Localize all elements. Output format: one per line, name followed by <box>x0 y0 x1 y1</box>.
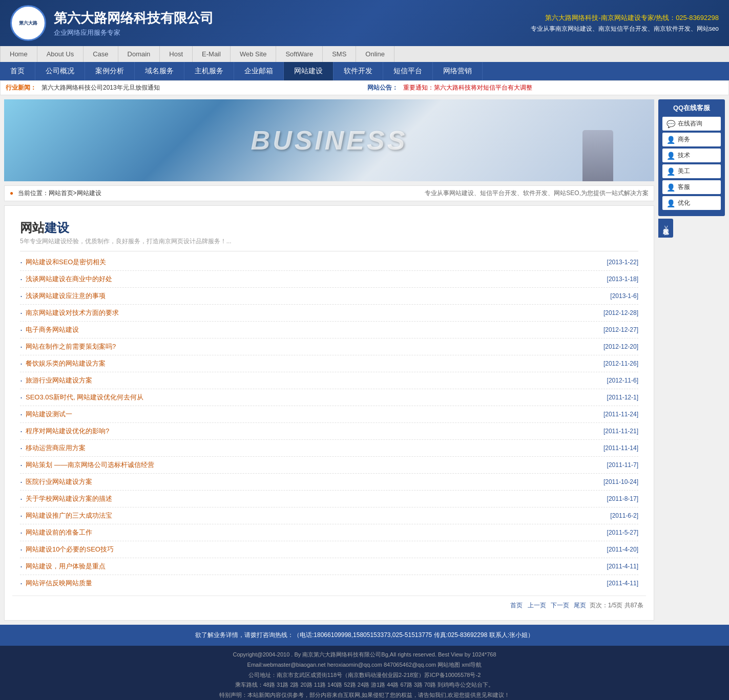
pagination-prev[interactable]: 上一页 <box>528 602 546 609</box>
footer-address: 公司地址：南京市玄武区成贤街118号（南京数码动漫创业园2-218室）苏ICP备… <box>10 670 719 681</box>
list-item: ·网站在制作之前需要策划案吗? [2012-12-20] <box>20 338 638 355</box>
article-link[interactable]: 网站在制作之前需要策划案吗? <box>26 342 116 351</box>
pagination: 首页 上一页 下一页 尾页 页次：1/5页 共87条 <box>12 596 646 612</box>
article-link[interactable]: 移动运营商应用方案 <box>26 443 86 453</box>
nav-bottom-website[interactable]: 网站建设 <box>284 62 334 80</box>
nav-top-host[interactable]: Host <box>160 46 193 62</box>
pagination-info: 页次：1/5页 共87条 <box>590 602 643 609</box>
pagination-first[interactable]: 首页 <box>510 602 523 609</box>
nav-bottom-home[interactable]: 首页 <box>0 62 35 80</box>
article-link[interactable]: 网站建设和SEO是密切相关 <box>26 258 106 267</box>
nav-top-domain[interactable]: Domain <box>118 46 160 62</box>
pagination-next[interactable]: 下一页 <box>551 602 569 609</box>
article-link[interactable]: 餐饮娱乐类的网站建设方案 <box>26 359 106 368</box>
article-date: [2013-1-22] <box>607 259 638 266</box>
article-date: [2012-11-6] <box>607 377 638 384</box>
article-link[interactable]: 网站建设前的准备工作 <box>26 528 92 537</box>
article-link[interactable]: 医院行业网站建设方案 <box>26 477 92 486</box>
nav-top-case[interactable]: Case <box>84 46 118 62</box>
article-date: [2013-1-6] <box>610 292 638 300</box>
nav-top-website[interactable]: Web Site <box>231 46 277 62</box>
list-item: ·电子商务网站建设 [2012-12-27] <box>20 322 638 338</box>
list-item: ·网站建设10个必要的SEO技巧 [2011-4-20] <box>20 541 638 558</box>
article-date: [2011-4-11] <box>607 563 638 570</box>
nav-top-home[interactable]: Home <box>0 46 37 62</box>
ticker-news-label: 行业新闻： <box>6 83 36 92</box>
article-link[interactable]: SEO3.0S新时代, 网站建设优化何去何从 <box>26 393 143 402</box>
list-item: ·浅谈网站建设在商业中的好处 [2013-1-18] <box>20 271 638 288</box>
article-date: [2012-11-26] <box>603 360 638 367</box>
nav-bottom-case[interactable]: 案例分析 <box>85 62 135 80</box>
header-contact: 第六大路网络科技-南京网站建设专家/热线：025-83692298 专业从事南京… <box>531 12 719 35</box>
online-service-tab[interactable]: 在线客服 >> <box>658 219 673 238</box>
ticker: 行业新闻： 第六大路网络科技公司2013年元旦放假通知 网站公告： 重要通知：第… <box>0 80 729 95</box>
nav-top-sms[interactable]: SMS <box>323 46 356 62</box>
nav-top-about[interactable]: About Us <box>37 46 84 62</box>
article-date: [2011-8-17] <box>607 495 638 502</box>
list-item: ·网站建设推广的三大成功法宝 [2011-6-2] <box>20 507 638 524</box>
nav-bottom-domain[interactable]: 域名服务 <box>135 62 184 80</box>
content-box: 网站建设 5年专业网站建设经验，优质制作，良好服务，打造南京网页设计品牌服务！.… <box>4 205 654 621</box>
company-info: 第六大路网络科技有限公司 企业网络应用服务专家 <box>54 9 214 37</box>
company-name: 第六大路网络科技有限公司 <box>54 9 214 27</box>
banner-text: BUSINESS <box>251 125 408 156</box>
list-item: ·网站评估反映网站质量 [2011-4-11] <box>20 575 638 591</box>
nav-bottom-marketing[interactable]: 网络营销 <box>433 62 483 80</box>
article-link[interactable]: 旅游行业网站建设方案 <box>26 376 92 385</box>
list-item: ·餐饮娱乐类的网站建设方案 [2012-11-26] <box>20 355 638 372</box>
footer-bus: 乘车路线：48路 31路 2路 20路 11路 140路 52路 24路 游1路… <box>10 680 719 690</box>
pagination-last[interactable]: 尾页 <box>574 602 586 609</box>
section-subtitle: 5年专业网站建设经验，优质制作，良好服务，打造南京网页设计品牌服务！... <box>20 237 638 246</box>
nav-top-email[interactable]: E-Mail <box>193 46 231 62</box>
qq-consult-item[interactable]: 💬 在线咨询 <box>662 117 721 131</box>
article-link[interactable]: 网站建设，用户体验是重点 <box>26 562 106 571</box>
list-item: ·网站建设和SEO是密切相关 [2013-1-22] <box>20 254 638 271</box>
nav-bottom-software[interactable]: 软件开发 <box>334 62 383 80</box>
qq-service-label-0: 商务 <box>678 135 690 144</box>
qq-service-label-3: 客服 <box>678 183 690 192</box>
article-link[interactable]: 电子商务网站建设 <box>26 325 79 334</box>
article-date: [2011-4-20] <box>607 546 638 553</box>
nav-top-software[interactable]: SoftWare <box>276 46 323 62</box>
qq-service-label-2: 美工 <box>678 167 690 176</box>
list-item: ·浅谈网站建设应注意的事项 [2013-1-6] <box>20 288 638 305</box>
article-link[interactable]: 网站建设测试一 <box>26 410 72 419</box>
article-link[interactable]: 浅谈网站建设在商业中的好处 <box>26 274 112 284</box>
qq-service-youhua[interactable]: 👤 优化 <box>662 196 721 210</box>
logo-area: 第六大路 第六大路网络科技有限公司 企业网络应用服务专家 <box>10 5 214 41</box>
article-link[interactable]: 网站评估反映网站质量 <box>26 579 92 588</box>
article-link[interactable]: 关于学校网站建设方案的描述 <box>26 494 112 503</box>
list-item: ·关于学校网站建设方案的描述 [2011-8-17] <box>20 491 638 507</box>
article-link[interactable]: 浅谈网站建设应注意的事项 <box>26 291 106 301</box>
nav-top-online[interactable]: Online <box>356 46 394 62</box>
nav-bottom-sms[interactable]: 短信平台 <box>383 62 433 80</box>
qq-service-jishu[interactable]: 👤 技术 <box>662 149 721 162</box>
qq-service-meigong[interactable]: 👤 美工 <box>662 164 721 178</box>
article-link[interactable]: 南京网站建设对技术方面的要求 <box>26 308 119 317</box>
article-link[interactable]: 网站建设推广的三大成功法宝 <box>26 511 112 520</box>
logo: 第六大路 <box>10 5 46 41</box>
section-title: 网站建设 <box>20 220 638 236</box>
nav-bottom-email[interactable]: 企业邮箱 <box>234 62 284 80</box>
nav-bottom-host[interactable]: 主机服务 <box>184 62 234 80</box>
breadcrumb-desc: 专业从事网站建设、短信平台开发、软件开发、网站SEO,为您提供一站式解决方案 <box>425 189 649 198</box>
article-list-container: ·网站建设和SEO是密切相关 [2013-1-22] ·浅谈网站建设在商业中的好… <box>12 254 646 591</box>
list-item: ·网站建设测试一 [2011-11-24] <box>20 406 638 423</box>
breadcrumb-path: 当前位置：网站首页>网站建设 <box>18 189 101 197</box>
section-divider <box>20 251 638 251</box>
article-date: [2012-12-28] <box>603 309 638 316</box>
article-date: [2011-11-14] <box>603 444 638 452</box>
article-link[interactable]: 程序对网站建设优化的影响? <box>26 427 109 436</box>
article-link[interactable]: 网站建设10个必要的SEO技巧 <box>26 545 114 554</box>
footer-top: 欲了解业务详情，请拨打咨询热线：（电话:18066109998,15805153… <box>0 625 729 646</box>
qq-service-shanwu[interactable]: 👤 商务 <box>662 133 721 146</box>
article-link[interactable]: 网站策划 ——南京网络公司选标杆诚信经营 <box>26 460 154 470</box>
nav-bottom-about[interactable]: 公司概况 <box>35 62 85 80</box>
qq-service-kefu[interactable]: 👤 客服 <box>662 180 721 194</box>
article-date: [2011-11-7] <box>607 461 638 469</box>
article-date: [2013-1-18] <box>607 275 638 283</box>
list-item: ·SEO3.0S新时代, 网站建设优化何去何从 [2011-12-1] <box>20 389 638 406</box>
qq-service-label-4: 优化 <box>678 199 690 207</box>
nav-bottom: 首页 公司概况 案例分析 域名服务 主机服务 企业邮箱 网站建设 软件开发 短信… <box>0 62 729 80</box>
list-item: ·医院行业网站建设方案 [2011-10-24] <box>20 474 638 491</box>
